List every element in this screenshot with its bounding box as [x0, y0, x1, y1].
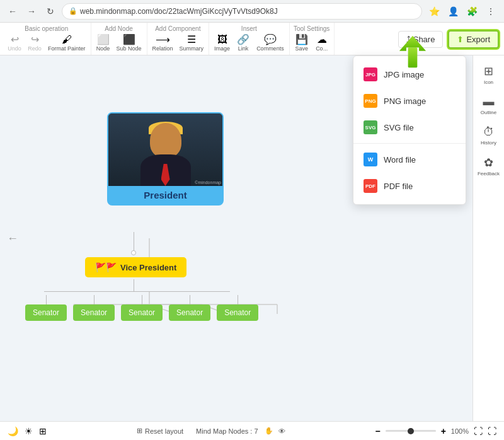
summary-icon: ☰ — [187, 35, 196, 45]
insert-items: 🖼 Image 🔗 Link 💬 Comments — [212, 33, 287, 53]
undo-label: Undo — [8, 45, 21, 52]
menu-button[interactable]: ⋮ — [483, 3, 499, 20]
refresh-button[interactable]: ↻ — [43, 4, 58, 19]
sidebar-history-btn[interactable]: ⏱ History — [475, 122, 503, 149]
zoom-out-btn[interactable]: − — [375, 426, 380, 436]
node-senator[interactable]: Senator — [25, 304, 67, 321]
word-label: Word file — [384, 155, 416, 165]
node-button[interactable]: ⬜ Node — [94, 33, 113, 53]
format-painter-button[interactable]: 🖌 Format Painter — [45, 33, 88, 53]
word-icon: W — [364, 153, 377, 166]
toolbar-group-add-node: Add Node ⬜ Node ⬛ Sub Node — [91, 23, 147, 55]
redo-button[interactable]: ↪ Redo — [25, 33, 44, 53]
connection-lines — [0, 55, 378, 371]
node-senator[interactable]: Senator — [121, 304, 163, 321]
url-text: web.mindonmap.com/doc/22tacWmjGiKccjVyTv… — [80, 7, 278, 16]
right-sidebar: ⊞ Icon ▬ Outline ⏱ History ✿ Feedback — [472, 55, 504, 421]
redo-label: Redo — [28, 45, 42, 52]
node-senator[interactable]: Senator — [169, 304, 210, 321]
sidebar-icon-label: Icon — [484, 79, 493, 85]
eye-icon: 👁 — [278, 427, 285, 435]
export-button[interactable]: ⬆ Export — [448, 30, 499, 49]
export-icon: ⬆ — [457, 35, 464, 44]
zoom-in-btn[interactable]: + — [441, 426, 446, 436]
left-nav-arrow[interactable]: ← — [5, 231, 20, 246]
status-bar: 🌙 ☀ ⊞ ⊞ Reset layout Mind Map Nodes : 7 … — [0, 421, 504, 440]
browser-chrome: ← → ↻ 🔒 web.mindonmap.com/doc/22tacWmjGi… — [0, 0, 504, 23]
export-dropdown: JPG JPG image PNG PNG image SVG SVG file… — [353, 55, 466, 205]
dropdown-pdf[interactable]: PDF PDF file — [353, 173, 466, 199]
bookmark-button[interactable]: ⭐ — [426, 3, 442, 20]
relation-button[interactable]: ⟶ Relation — [150, 33, 176, 53]
pdf-abbr: PDF — [365, 183, 375, 189]
zoom-slider-thumb — [408, 428, 414, 434]
node-senator[interactable]: Senator — [73, 304, 115, 321]
save-icon: 💾 — [295, 35, 308, 45]
save-button[interactable]: 💾 Save — [292, 33, 311, 53]
tool-settings-label: Tool Settings — [294, 25, 329, 32]
sub-node-button[interactable]: ⬛ Sub Node — [114, 33, 144, 53]
toolbar-group-basic: Basic operation ↩ Undo ↪ Redo 🖌 Format P… — [3, 23, 91, 55]
icon-grid-icon: ⊞ — [484, 64, 493, 78]
feedback-icon: ✿ — [484, 156, 493, 170]
zoom-slider[interactable] — [386, 430, 436, 432]
sidebar-icon-btn[interactable]: ⊞ Icon — [475, 61, 503, 89]
tool-settings-items: 💾 Save ☁ Co... — [292, 33, 331, 53]
extensions-button[interactable]: 🧩 — [464, 3, 480, 20]
fullscreen-btn[interactable]: ⛶ — [488, 426, 496, 436]
sidebar-outline-btn[interactable]: ▬ Outline — [475, 91, 503, 119]
sub-node-icon: ⬛ — [123, 35, 135, 45]
add-component-items: ⟶ Relation ☰ Summary — [150, 33, 207, 53]
status-grid-btn[interactable]: ⊞ — [39, 426, 47, 436]
status-brightness-btn[interactable]: ☀ — [25, 426, 33, 436]
add-node-label: Add Node — [105, 25, 132, 32]
reset-layout-btn[interactable]: ⊞ Reset layout — [137, 427, 183, 435]
image-icon: 🖼 — [217, 35, 227, 45]
image-button[interactable]: 🖼 Image — [212, 33, 232, 53]
save-label: Save — [295, 45, 308, 52]
hand-icon: ✋ — [265, 427, 273, 435]
fit-screen-btn[interactable]: ⛶ — [474, 426, 483, 436]
undo-button[interactable]: ↩ Undo — [5, 33, 24, 53]
president-label: President — [108, 186, 222, 204]
link-icon: 🔗 — [237, 35, 249, 45]
lock-icon: 🔒 — [69, 7, 77, 15]
profile-button[interactable]: 👤 — [445, 3, 461, 20]
node-label: Node — [96, 45, 110, 52]
senators-row: Senator Senator Senator Senator Senator — [25, 295, 258, 321]
reset-label: Reset layout — [145, 427, 183, 435]
status-theme-btn[interactable]: 🌙 — [8, 426, 18, 436]
dropdown-png[interactable]: PNG PNG image — [353, 88, 466, 114]
comments-button[interactable]: 💬 Comments — [254, 33, 287, 53]
pdf-icon: PDF — [364, 179, 377, 193]
sidebar-feedback-label: Feedback — [478, 171, 500, 177]
president-image: ©mindonmap — [108, 113, 222, 186]
collaborate-button[interactable]: ☁ Co... — [312, 33, 331, 53]
dropdown-word[interactable]: W Word file — [353, 146, 466, 173]
undo-icon: ↩ — [11, 35, 19, 45]
forward-button[interactable]: → — [24, 4, 39, 19]
node-senator[interactable]: Senator — [217, 304, 258, 321]
jpg-abbr: JPG — [365, 72, 375, 78]
format-painter-icon: 🖌 — [62, 35, 72, 45]
toolbar-group-add-component: Add Component ⟶ Relation ☰ Summary — [147, 23, 210, 55]
basic-operation-label: Basic operation — [25, 25, 68, 32]
address-bar[interactable]: 🔒 web.mindonmap.com/doc/22tacWmjGiKccjVy… — [62, 3, 422, 20]
svg-abbr: SVG — [365, 125, 376, 130]
png-icon: PNG — [364, 94, 377, 108]
sidebar-outline-label: Outline — [481, 110, 496, 115]
node-vp[interactable]: 🚩🚩 Vice President — [85, 257, 186, 277]
vp-label: Vice President — [120, 263, 176, 272]
collaborate-label: Co... — [316, 45, 328, 52]
summary-button[interactable]: ☰ Summary — [177, 33, 207, 53]
svg-icon: SVG — [364, 120, 377, 134]
status-center: ⊞ Reset layout Mind Map Nodes : 7 ✋ 👁 — [54, 427, 367, 435]
back-button[interactable]: ← — [5, 4, 20, 19]
node-president[interactable]: ©mindonmap President — [107, 112, 224, 206]
comments-label: Comments — [256, 45, 284, 52]
sidebar-feedback-btn[interactable]: ✿ Feedback — [475, 152, 503, 180]
toolbar-group-insert: Insert 🖼 Image 🔗 Link 💬 Comments — [209, 23, 290, 55]
link-button[interactable]: 🔗 Link — [234, 33, 253, 53]
sidebar-history-label: History — [481, 140, 496, 146]
dropdown-svg[interactable]: SVG SVG file — [353, 114, 466, 141]
